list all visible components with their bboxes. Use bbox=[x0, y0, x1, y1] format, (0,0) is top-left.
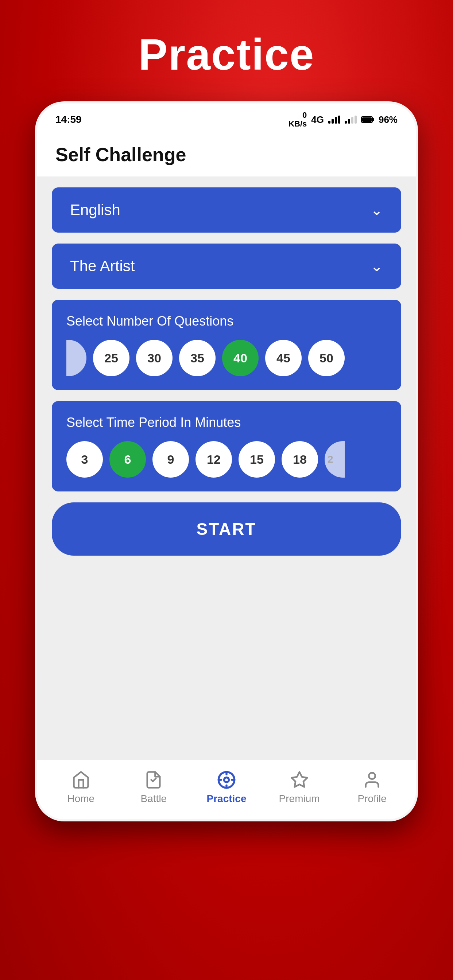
questions-options-row: 25 30 35 40 45 50 bbox=[66, 340, 387, 376]
language-dropdown[interactable]: English ⌄ bbox=[52, 188, 401, 232]
svg-rect-2 bbox=[362, 118, 372, 122]
page-title: Practice bbox=[139, 29, 315, 80]
nav-label-practice: Practice bbox=[207, 793, 247, 805]
questions-option-40[interactable]: 40 bbox=[222, 340, 258, 376]
phone-frame: 14:59 0KB/s 4G 96% bbox=[35, 101, 418, 821]
signal-icon bbox=[328, 116, 340, 124]
questions-scroll-left bbox=[66, 340, 86, 376]
battle-icon bbox=[144, 770, 163, 789]
nav-item-battle[interactable]: Battle bbox=[124, 770, 183, 805]
time-option-9[interactable]: 9 bbox=[152, 441, 189, 477]
time-option-12[interactable]: 12 bbox=[196, 441, 232, 477]
signal-icon-2 bbox=[345, 116, 357, 124]
start-button[interactable]: START bbox=[52, 503, 401, 555]
time-options-row: 3 6 9 12 15 18 2 bbox=[66, 441, 387, 477]
status-bar: 14:59 0KB/s 4G 96% bbox=[37, 103, 416, 133]
nav-item-home[interactable]: Home bbox=[52, 770, 110, 805]
nav-label-home: Home bbox=[67, 793, 94, 805]
content-area: English ⌄ The Artist ⌄ Select Number Of … bbox=[37, 177, 416, 760]
profile-icon bbox=[362, 770, 381, 789]
language-dropdown-arrow: ⌄ bbox=[370, 202, 383, 218]
time-scroll-right: 2 bbox=[325, 441, 345, 477]
questions-option-45[interactable]: 45 bbox=[265, 340, 301, 376]
category-dropdown[interactable]: The Artist ⌄ bbox=[52, 243, 401, 289]
time-option-18[interactable]: 18 bbox=[282, 441, 318, 477]
time-option-15[interactable]: 15 bbox=[239, 441, 275, 477]
svg-rect-1 bbox=[373, 118, 374, 121]
network-type: 4G bbox=[311, 114, 324, 126]
nav-item-premium[interactable]: Premium bbox=[270, 770, 329, 805]
time-card: Select Time Period In Minutes 3 6 9 12 1… bbox=[52, 401, 401, 492]
questions-option-35[interactable]: 35 bbox=[179, 340, 215, 376]
category-dropdown-arrow: ⌄ bbox=[370, 258, 383, 275]
status-right: 0KB/s 4G 96% bbox=[289, 111, 397, 128]
nav-label-profile: Profile bbox=[357, 793, 386, 805]
network-data: 0KB/s bbox=[289, 111, 307, 128]
svg-point-4 bbox=[224, 778, 229, 783]
app-header-title: Self Challenge bbox=[56, 144, 397, 165]
time-title: Select Time Period In Minutes bbox=[66, 415, 387, 430]
nav-label-battle: Battle bbox=[141, 793, 167, 805]
practice-icon bbox=[217, 770, 236, 789]
home-icon bbox=[72, 770, 91, 789]
language-dropdown-value: English bbox=[70, 201, 120, 219]
questions-option-50[interactable]: 50 bbox=[308, 340, 345, 376]
svg-point-10 bbox=[369, 773, 375, 779]
battery-icon bbox=[361, 116, 374, 123]
questions-card: Select Number Of Questions 25 30 35 40 4… bbox=[52, 300, 401, 390]
premium-icon bbox=[290, 770, 309, 789]
nav-item-practice[interactable]: Practice bbox=[197, 770, 256, 805]
time-option-3[interactable]: 3 bbox=[66, 441, 103, 477]
questions-option-30[interactable]: 30 bbox=[136, 340, 172, 376]
battery-percent: 96% bbox=[379, 114, 397, 126]
questions-title: Select Number Of Questions bbox=[66, 313, 387, 329]
questions-option-25[interactable]: 25 bbox=[93, 340, 129, 376]
bottom-nav: Home Battle Practice bbox=[37, 760, 416, 819]
app-header: Self Challenge bbox=[37, 133, 416, 177]
nav-item-profile[interactable]: Profile bbox=[343, 770, 401, 805]
nav-label-premium: Premium bbox=[279, 793, 320, 805]
svg-marker-9 bbox=[292, 772, 307, 787]
status-time: 14:59 bbox=[56, 114, 82, 126]
category-dropdown-value: The Artist bbox=[70, 258, 135, 275]
time-option-6[interactable]: 6 bbox=[109, 441, 146, 477]
start-button-label: START bbox=[196, 520, 257, 538]
